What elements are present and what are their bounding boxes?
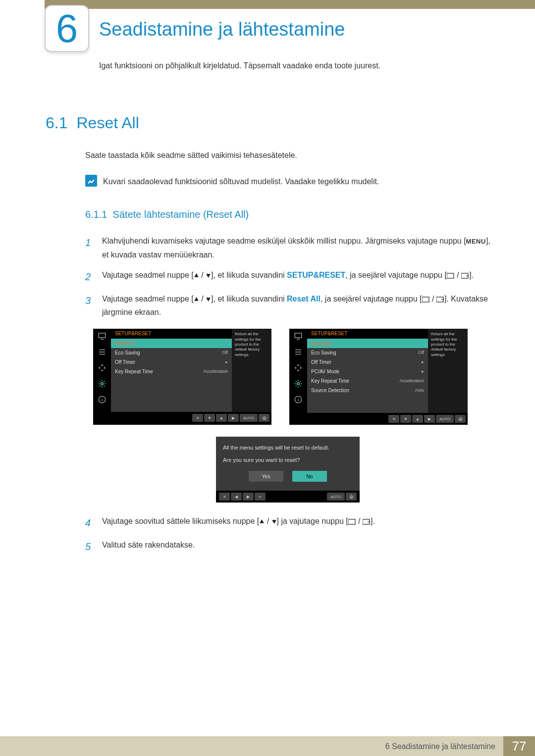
power-icon: ⏻ xyxy=(259,414,269,422)
section-body: Saate taastada kõik seadme sätted vaikim… xyxy=(85,149,490,562)
left-icon: ◀ xyxy=(231,493,242,501)
list-icon xyxy=(293,347,304,357)
svg-rect-0 xyxy=(447,273,454,278)
resize-icon xyxy=(293,362,304,373)
confirm-line-1: All the menu settings will be reset to d… xyxy=(223,444,353,452)
page-number: 77 xyxy=(512,739,527,754)
source-icon xyxy=(461,273,469,279)
osd-item: PC/AV Mode▸ xyxy=(307,367,428,376)
right-icon: ▶ xyxy=(228,414,239,422)
gear-icon xyxy=(293,378,304,389)
monitor-icon xyxy=(293,331,304,342)
chapter-title: Seadistamine ja lähtestamine xyxy=(99,19,345,40)
subsection-title: 6.1.1 Sätete lähtestamine (Reset All) xyxy=(85,209,490,220)
list-icon xyxy=(97,347,107,357)
confirm-modal: All the menu settings will be reset to d… xyxy=(216,437,360,503)
osd-description: Return all the settings for the product … xyxy=(232,329,271,412)
up-icon xyxy=(194,297,199,302)
step-1: 1 Klahvijuhendi kuvamiseks vajutage sead… xyxy=(85,234,490,261)
down-icon xyxy=(271,519,277,524)
down-icon xyxy=(206,297,211,302)
source-icon xyxy=(436,297,444,302)
down-icon xyxy=(206,273,211,278)
osd-item: Eco SavingOff xyxy=(307,348,428,357)
power-icon: ⏻ xyxy=(346,493,357,501)
down-icon: ▼ xyxy=(204,414,215,422)
up-icon: ▲ xyxy=(412,415,423,423)
auto-button: AUTO xyxy=(436,415,454,423)
enter-icon: ↵ xyxy=(255,493,266,501)
osd-item: Eco SavingOff xyxy=(111,348,232,357)
osd-nav: ✕ ▼ ▲ ▶ AUTO ⏻ xyxy=(93,412,271,424)
section-number: 6.1 xyxy=(46,114,67,132)
chapter-description: Igat funktsiooni on põhjalikult kirjelda… xyxy=(99,59,490,72)
note-icon xyxy=(85,175,97,187)
osd-item: Source DetectionAuto xyxy=(307,386,428,395)
enter-icon xyxy=(422,297,430,302)
osd-item: Reset All xyxy=(307,339,428,348)
close-icon: ✕ xyxy=(388,415,399,423)
osd-screenshots: SETUP&RESET Reset All Eco SavingOff Off … xyxy=(93,329,490,425)
enter-icon xyxy=(348,519,356,525)
osd-nav: ✕ ▼ ▲ ▶ AUTO ⏻ xyxy=(289,413,468,425)
osd-menu-header: SETUP&RESET xyxy=(307,329,428,339)
osd-item: Off Timer▸ xyxy=(307,357,428,367)
osd-sidebar xyxy=(289,329,307,413)
osd-description: Return all the settings for the product … xyxy=(428,329,468,413)
osd-panel-1: SETUP&RESET Reset All Eco SavingOff Off … xyxy=(93,329,271,425)
svg-point-5 xyxy=(101,383,104,385)
osd-item: Reset All xyxy=(111,339,232,348)
confirm-nav: ✕ ◀ ▶ ↵ AUTO ⏻ xyxy=(216,491,360,503)
yes-button: Yes xyxy=(249,471,283,482)
right-icon: ▶ xyxy=(243,493,254,501)
step-5: 5 Valitud säte rakendatakse. xyxy=(85,538,490,555)
osd-sidebar xyxy=(93,329,111,412)
osd-item: Off Timer▸ xyxy=(111,357,232,367)
section-title: Reset All xyxy=(76,114,139,132)
osd-menu-header: SETUP&RESET xyxy=(111,329,232,339)
step-list: 1 Klahvijuhendi kuvamiseks vajutage sead… xyxy=(85,234,490,319)
info-icon xyxy=(293,394,304,405)
no-button: No xyxy=(292,471,327,482)
step-list-continued: 4 Vajutage soovitud sättele liikumiseks … xyxy=(85,514,490,555)
enter-icon xyxy=(447,273,455,279)
resize-icon xyxy=(97,362,107,373)
monitor-icon xyxy=(97,331,107,342)
section-intro: Saate taastada kõik seadme sätted vaikim… xyxy=(85,149,490,162)
up-icon xyxy=(259,519,265,524)
osd-item: Key Repeat TimeAcceleration xyxy=(307,376,428,386)
close-icon: ✕ xyxy=(192,414,203,422)
up-icon xyxy=(194,273,199,278)
gear-icon xyxy=(97,378,107,389)
svg-rect-4 xyxy=(99,333,106,338)
step-2: 2 Vajutage seadmel nuppe [ / ], et liiku… xyxy=(85,268,490,285)
source-icon xyxy=(363,519,371,525)
subsection: 6.1.1 Sätete lähtestamine (Reset All) 1 … xyxy=(85,209,490,555)
note-row: Kuvari saadaolevad funktsioonid sõltuvad… xyxy=(85,175,490,188)
note-text: Kuvari saadaolevad funktsioonid sõltuvad… xyxy=(103,175,379,188)
chapter-badge: 6 xyxy=(45,5,89,52)
osd-panel-2: SETUP&RESET Reset All Eco SavingOff Off … xyxy=(289,329,468,425)
right-icon: ▶ xyxy=(424,415,435,423)
svg-rect-10 xyxy=(348,519,355,524)
osd-menu: SETUP&RESET Reset All Eco SavingOff Off … xyxy=(111,329,232,412)
power-icon: ⏻ xyxy=(455,415,466,423)
step-4: 4 Vajutage soovitud sättele liikumiseks … xyxy=(85,514,490,531)
osd-item: Key Repeat TimeAcceleration xyxy=(111,367,232,376)
step-3: 3 Vajutage seadmel nuppe [ / ], et liiku… xyxy=(85,292,490,319)
svg-point-8 xyxy=(297,383,300,385)
top-accent-bar xyxy=(45,0,535,9)
close-icon: ✕ xyxy=(219,493,230,501)
svg-rect-7 xyxy=(295,333,302,338)
up-icon: ▲ xyxy=(216,414,227,422)
info-icon xyxy=(97,394,107,405)
auto-button: AUTO xyxy=(240,414,258,422)
down-icon: ▼ xyxy=(400,415,411,423)
chapter-number: 6 xyxy=(56,6,78,51)
auto-button: AUTO xyxy=(327,493,345,501)
footer-label: 6 Seadistamine ja lähtestamine xyxy=(385,742,495,751)
section-heading: 6.1 Reset All xyxy=(46,114,139,132)
svg-rect-2 xyxy=(422,297,429,302)
confirm-line-2: Are you sure you want to reset? xyxy=(223,456,353,464)
osd-menu: SETUP&RESET Reset All Eco SavingOff Off … xyxy=(307,329,428,413)
